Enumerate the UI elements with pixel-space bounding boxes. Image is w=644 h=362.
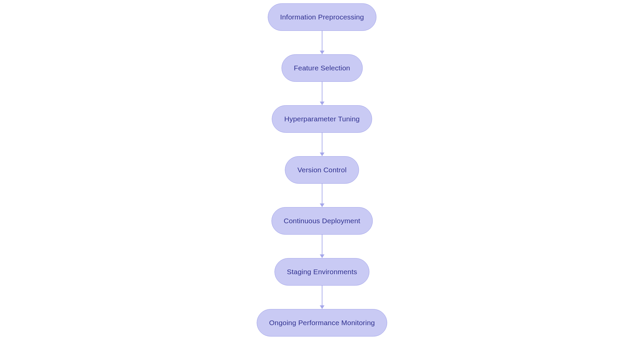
arrow-down-icon	[320, 254, 324, 258]
node-ongoing-monitoring: Ongoing Performance Monitoring	[257, 309, 387, 337]
node-label: Version Control	[298, 166, 347, 174]
node-feature-selection: Feature Selection	[281, 54, 363, 82]
connector-line	[322, 31, 322, 51]
connector	[320, 184, 324, 207]
connector	[320, 82, 324, 105]
node-staging-environments: Staging Environments	[274, 258, 369, 286]
connector-line	[322, 133, 322, 153]
node-hyperparameter-tuning: Hyperparameter Tuning	[272, 105, 372, 133]
connector	[320, 133, 324, 156]
node-label: Information Preprocessing	[280, 13, 364, 21]
connector-line	[322, 286, 322, 305]
connector-line	[322, 82, 322, 102]
arrow-down-icon	[320, 51, 324, 54]
node-version-control: Version Control	[285, 156, 359, 184]
connector	[320, 286, 324, 309]
connector	[320, 235, 324, 258]
arrow-down-icon	[320, 102, 324, 105]
connector-line	[322, 184, 322, 203]
connector-line	[322, 235, 322, 254]
node-label: Feature Selection	[294, 64, 350, 72]
node-label: Ongoing Performance Monitoring	[269, 319, 375, 327]
connector	[320, 31, 324, 54]
node-label: Continuous Deployment	[284, 217, 360, 225]
arrow-down-icon	[320, 153, 324, 156]
node-label: Staging Environments	[287, 268, 357, 276]
node-info-preprocessing: Information Preprocessing	[268, 3, 376, 31]
flowchart: Information Preprocessing Feature Select…	[257, 3, 387, 337]
arrow-down-icon	[320, 305, 324, 309]
node-continuous-deployment: Continuous Deployment	[271, 207, 373, 235]
node-label: Hyperparameter Tuning	[284, 115, 360, 123]
arrow-down-icon	[320, 203, 324, 207]
